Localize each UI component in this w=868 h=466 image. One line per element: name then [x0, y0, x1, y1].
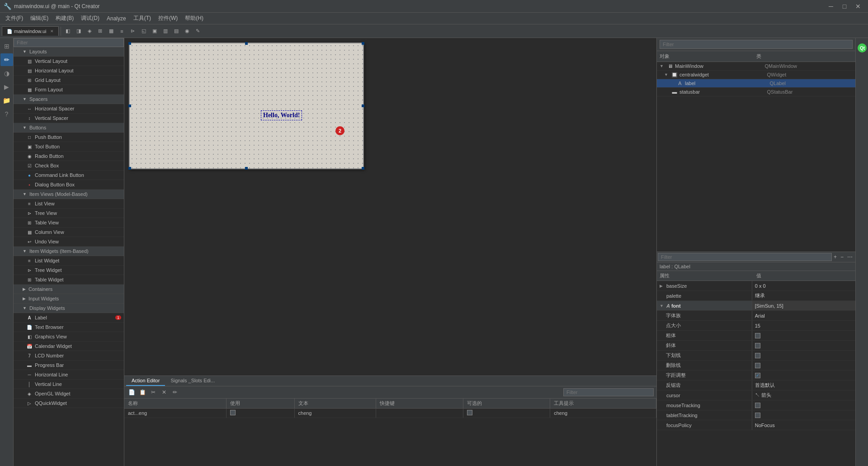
resize-handle-top[interactable] [245, 42, 248, 45]
widget-push-button[interactable]: □ Push Button [14, 133, 124, 142]
prop-cursor[interactable]: cursor ↖ 箭头 [657, 390, 855, 400]
toolbar-btn-6[interactable]: ≡ [117, 26, 127, 36]
sidebar-debug-btn[interactable]: ▶ [0, 81, 13, 93]
hello-world-label[interactable]: Hello, World! [261, 110, 302, 120]
centralwidget-toggle[interactable]: ▼ [664, 72, 670, 77]
tab-action-editor[interactable]: Action Editor [126, 376, 165, 386]
menu-edit[interactable]: 编辑(E) [27, 14, 52, 23]
menu-analyze[interactable]: Analyze [103, 14, 130, 23]
sidebar-design-btn[interactable]: ✏ [0, 53, 13, 66]
action-new-btn[interactable]: 📄 [127, 388, 136, 397]
resize-handle-bottom[interactable] [245, 167, 248, 170]
resize-handle-br[interactable] [362, 167, 364, 170]
strikeout-checkbox[interactable] [755, 363, 760, 368]
menu-file[interactable]: 文件(F) [2, 14, 27, 23]
prop-font[interactable]: ▼ A font [SimSun, 15] [657, 301, 855, 311]
prop-bold[interactable]: 粗体 [657, 331, 855, 341]
widget-v-line[interactable]: │ Vertical Line [14, 380, 124, 389]
widget-undo-view[interactable]: ↩ Undo View [14, 237, 124, 247]
widget-v-spacer[interactable]: ↕ Vertical Spacer [14, 114, 124, 123]
obj-row-centralwidget[interactable]: ▼ 🔲 centralwidget QWidget [657, 71, 855, 79]
widget-tree-widget[interactable]: ⊳ Tree Widget [14, 266, 124, 275]
obj-row-mainwindow[interactable]: ▼ 🖥 MainWindow QMainWindow [657, 62, 855, 71]
widget-table-view[interactable]: ⊞ Table View [14, 218, 124, 228]
toolbar-btn-10[interactable]: ▥ [160, 26, 170, 36]
prop-fontfamily[interactable]: 字体族 Arial [657, 311, 855, 321]
widget-horizontal-layout[interactable]: ▤ Horizontal Layout [14, 66, 124, 76]
mousetracking-checkbox[interactable] [755, 403, 760, 408]
menu-tools[interactable]: 工具(T) [130, 14, 155, 23]
right-icon-1[interactable]: Qt [856, 42, 868, 54]
obj-row-label[interactable]: A label QLabel [657, 79, 855, 88]
toolbar-btn-12[interactable]: ◉ [182, 26, 192, 36]
widget-list-view[interactable]: ≡ List View [14, 199, 124, 209]
sidebar-help-btn[interactable]: ? [0, 108, 13, 120]
action-edit-btn[interactable]: ✏ [170, 388, 179, 397]
obj-filter-input[interactable] [660, 40, 853, 49]
menu-help[interactable]: 帮助(H) [181, 14, 207, 23]
resize-handle-right[interactable] [362, 105, 364, 107]
category-display-widgets[interactable]: ▼ Display Widgets [14, 304, 124, 313]
menu-debug[interactable]: 调试(D) [77, 14, 103, 23]
prop-add-btn[interactable]: + [832, 253, 839, 261]
tab-signals-slots[interactable]: Signals _Slots Edi... [165, 376, 220, 386]
obj-row-statusbar[interactable]: ▬ statusbar QStatusBar [657, 88, 855, 96]
widget-calendar[interactable]: 📅 Calendar Widget [14, 342, 124, 351]
widget-h-spacer[interactable]: ↔ Horizontal Spacer [14, 104, 124, 114]
prop-filter-input[interactable] [658, 253, 832, 261]
toolbar-btn-9[interactable]: ▣ [150, 26, 160, 36]
action-copy-btn[interactable]: 📋 [138, 388, 147, 397]
widget-lcd-number[interactable]: 7 LCD Number [14, 351, 124, 361]
resize-handle-left[interactable] [128, 105, 131, 107]
category-spacers[interactable]: ▼ Spacers [14, 95, 124, 104]
prop-palette[interactable]: palette 继承 [657, 291, 855, 301]
widget-opengl[interactable]: ◈ OpenGL Widget [14, 389, 124, 399]
action-cut-btn[interactable]: ✂ [149, 388, 158, 397]
toolbar-btn-4[interactable]: ⊞ [95, 26, 105, 36]
basesize-expand[interactable]: ▶ [660, 284, 665, 288]
widget-progress-bar[interactable]: ▬ Progress Bar [14, 361, 124, 370]
widget-tool-button[interactable]: ▣ Tool Button [14, 142, 124, 152]
toolbar-btn-3[interactable]: ◈ [85, 26, 94, 36]
widget-label[interactable]: A Label 1 [14, 313, 124, 323]
sidebar-project-btn[interactable]: 📁 [0, 94, 13, 107]
widget-vertical-layout[interactable]: ▥ Vertical Layout [14, 57, 124, 66]
prop-strikeout[interactable]: 删除线 [657, 361, 855, 371]
toolbar-btn-13[interactable]: ✎ [193, 26, 203, 36]
kerning-checkbox[interactable]: ✓ [755, 373, 760, 378]
resize-handle-tl[interactable] [128, 42, 131, 45]
widget-command-link-button[interactable]: ● Command Link Button [14, 171, 124, 180]
maximize-button[interactable]: □ [838, 0, 851, 13]
widget-dialog-button-box[interactable]: ▪ Dialog Button Box [14, 180, 124, 190]
prop-kerning[interactable]: 字距调整 ✓ [657, 371, 855, 380]
tablettracking-checkbox[interactable] [755, 413, 760, 418]
widget-grid-layout[interactable]: ⊞ Grid Layout [14, 76, 124, 85]
action-filter-input[interactable] [563, 388, 654, 396]
prop-mousetracking[interactable]: mouseTracking [657, 400, 855, 410]
widget-check-box[interactable]: ☑ Check Box [14, 161, 124, 171]
prop-underline[interactable]: 下划线 [657, 351, 855, 361]
action-row[interactable]: act...eng cheng cheng [124, 409, 656, 418]
widget-column-view[interactable]: ▦ Column View [14, 228, 124, 237]
prop-italic[interactable]: 斜体 [657, 341, 855, 351]
widget-graphics-view[interactable]: ◧ Graphics View [14, 332, 124, 342]
widget-form-layout[interactable]: ▦ Form Layout [14, 85, 124, 95]
category-item-widgets[interactable]: ▼ Item Widgets (Item-Based) [14, 247, 124, 256]
menu-controls[interactable]: 控件(W) [155, 14, 181, 23]
widget-radio-button[interactable]: ◉ Radio Button [14, 152, 124, 161]
action-delete-btn[interactable]: ✕ [160, 388, 169, 397]
used-checkbox[interactable] [230, 410, 236, 415]
widget-tree-view[interactable]: ⊳ Tree View [14, 209, 124, 218]
prop-tablettracking[interactable]: tabletTracking [657, 410, 855, 420]
file-tab[interactable]: 📄 mainwindow.ui ✕ [2, 26, 59, 36]
category-containers[interactable]: ▶ Containers [14, 285, 124, 294]
prop-antialias[interactable]: 反锯齿 首选默认 [657, 380, 855, 390]
resize-handle-bl[interactable] [128, 167, 131, 170]
mainwindow-toggle[interactable]: ▼ [660, 64, 665, 68]
widget-qquick[interactable]: ▷ QQuickWidget [14, 399, 124, 408]
file-tab-close[interactable]: ✕ [50, 29, 54, 33]
category-buttons[interactable]: ▼ Buttons [14, 123, 124, 133]
category-item-views[interactable]: ▼ Item Views (Model-Based) [14, 190, 124, 199]
underline-checkbox[interactable] [755, 353, 760, 358]
toolbar-btn-1[interactable]: ◧ [63, 26, 73, 36]
